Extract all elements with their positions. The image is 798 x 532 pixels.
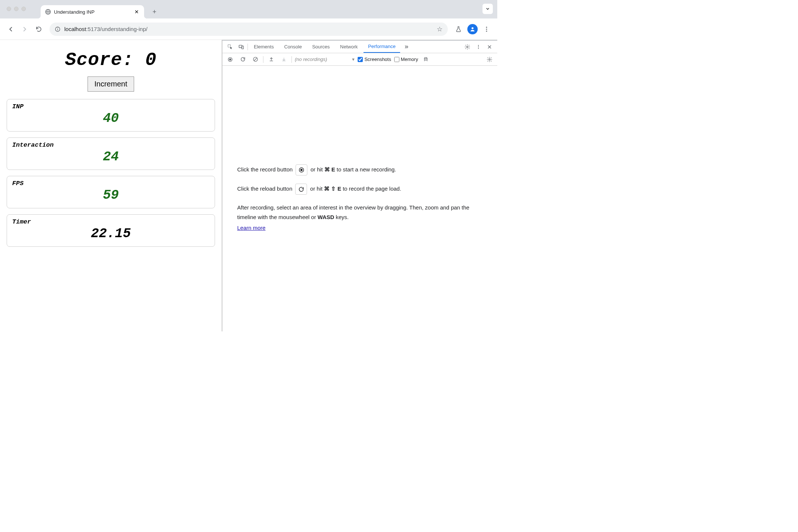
svg-point-8: [486, 28, 487, 30]
globe-icon: [45, 9, 51, 15]
tab-performance[interactable]: Performance: [364, 41, 400, 53]
svg-point-7: [486, 27, 487, 28]
metric-value: 24: [12, 149, 209, 164]
svg-point-23: [300, 169, 303, 171]
inline-reload-icon: [295, 184, 307, 195]
reload-button[interactable]: [33, 23, 45, 35]
browser-tab[interactable]: Understanding INP ✕: [41, 5, 144, 18]
performance-instructions: Click the record button or hit ⌘ E to st…: [237, 164, 482, 233]
recordings-dropdown[interactable]: (no recordings): [295, 57, 327, 62]
memory-checkbox[interactable]: Memory: [394, 57, 418, 62]
screenshots-checkbox-input[interactable]: [358, 57, 363, 62]
metric-value: 40: [12, 111, 209, 126]
capture-settings-gear-icon[interactable]: [485, 55, 494, 64]
separator: [291, 56, 292, 63]
metric-card-fps: FPS 59: [7, 176, 215, 208]
more-tabs-icon[interactable]: [402, 42, 411, 52]
page-viewport: Score: 0 Increment INP 40 Interaction 24…: [0, 40, 222, 331]
tab-network[interactable]: Network: [336, 41, 362, 53]
devtools-tab-bar: Elements Console Sources Network Perform…: [222, 41, 497, 53]
svg-point-6: [471, 27, 473, 29]
tab-search-button[interactable]: [482, 4, 493, 14]
screenshots-checkbox[interactable]: Screenshots: [358, 57, 391, 62]
performance-body: Click the record button or hit ⌘ E to st…: [222, 66, 497, 331]
close-window[interactable]: [7, 7, 11, 11]
metric-value: 59: [12, 188, 209, 203]
tab-elements[interactable]: Elements: [249, 41, 278, 53]
metric-card-interaction: Interaction 24: [7, 137, 215, 170]
memory-checkbox-input[interactable]: [394, 57, 399, 62]
back-button[interactable]: [4, 23, 17, 35]
tab-title: Understanding INP: [54, 9, 131, 15]
forward-button[interactable]: [18, 23, 31, 35]
browser-toolbar: localhost:5173/understanding-inp/ ☆: [0, 18, 497, 40]
metric-label: FPS: [12, 180, 209, 187]
devtools-panel: Elements Console Sources Network Perform…: [222, 40, 497, 331]
svg-point-15: [478, 46, 479, 47]
window-controls: [7, 7, 26, 11]
clear-icon[interactable]: [250, 55, 260, 64]
tab-console[interactable]: Console: [280, 41, 306, 53]
score-heading: Score: 0: [7, 50, 215, 71]
svg-point-14: [478, 45, 479, 45]
separator: [263, 56, 263, 63]
menu-button[interactable]: [480, 23, 493, 35]
labs-icon[interactable]: [452, 23, 465, 35]
garbage-collect-icon[interactable]: [421, 55, 431, 64]
metric-card-timer: Timer 22.15: [7, 214, 215, 247]
new-tab-button[interactable]: +: [149, 7, 160, 17]
svg-point-16: [478, 48, 479, 48]
minimize-window[interactable]: [14, 7, 18, 11]
download-icon: [279, 55, 289, 64]
reload-record-icon[interactable]: [238, 55, 248, 64]
svg-point-13: [467, 46, 468, 48]
maximize-window[interactable]: [21, 7, 26, 11]
svg-point-5: [57, 28, 58, 28]
svg-point-18: [229, 58, 231, 60]
learn-more-link[interactable]: Learn more: [237, 225, 266, 231]
metric-card-inp: INP 40: [7, 99, 215, 132]
svg-point-9: [486, 30, 487, 31]
upload-icon[interactable]: [266, 55, 276, 64]
url-text: localhost:5173/understanding-inp/: [64, 26, 147, 32]
inline-record-icon: [296, 164, 307, 175]
svg-line-20: [254, 58, 257, 61]
metric-label: Interaction: [12, 141, 209, 149]
metric-label: INP: [12, 103, 209, 110]
close-tab-icon[interactable]: ✕: [134, 9, 140, 15]
tab-sources[interactable]: Sources: [308, 41, 334, 53]
increment-button[interactable]: Increment: [88, 76, 134, 92]
separator: [248, 44, 248, 50]
bookmark-star-icon[interactable]: ☆: [437, 25, 443, 33]
close-devtools-icon[interactable]: [485, 42, 494, 52]
svg-point-21: [489, 59, 490, 60]
metric-value: 22.15: [12, 226, 209, 241]
tab-strip: Understanding INP ✕ +: [0, 0, 497, 18]
record-button-icon[interactable]: [225, 55, 235, 64]
info-icon[interactable]: [55, 26, 61, 32]
performance-toolbar: (no recordings) ▾ Screenshots Memory: [222, 53, 497, 66]
settings-gear-icon[interactable]: [463, 42, 472, 52]
more-menu-icon[interactable]: [474, 42, 483, 52]
device-toolbar-icon[interactable]: [236, 42, 246, 52]
dropdown-triangle-icon[interactable]: ▾: [352, 57, 355, 62]
profile-avatar[interactable]: [466, 23, 479, 35]
svg-rect-10: [228, 45, 231, 47]
metric-label: Timer: [12, 218, 209, 225]
address-bar[interactable]: localhost:5173/understanding-inp/ ☆: [50, 23, 448, 36]
inspect-element-icon[interactable]: [225, 42, 235, 52]
